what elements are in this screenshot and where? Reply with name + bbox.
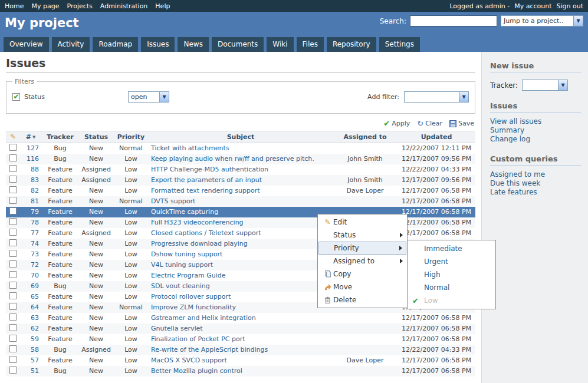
tab-news[interactable]: News <box>178 37 208 52</box>
issue-id-link[interactable]: 81 <box>31 197 39 205</box>
tab-roadmap[interactable]: Roadmap <box>93 37 138 52</box>
row-checkbox[interactable] <box>9 367 17 374</box>
priority-option-high[interactable]: High <box>408 268 495 281</box>
issue-id-link[interactable]: 65 <box>31 293 39 301</box>
tab-activity[interactable]: Activity <box>52 37 90 52</box>
col-header-id[interactable]: #▼ <box>20 131 41 143</box>
status-filter-checkbox[interactable]: ✔ <box>12 93 20 101</box>
my-account-link[interactable]: My account <box>514 2 551 10</box>
row-checkbox[interactable] <box>9 356 17 363</box>
col-header-subject[interactable]: Subject <box>149 131 333 143</box>
row-checkbox[interactable] <box>9 154 17 161</box>
issue-subject-link[interactable]: HTTP Challenge-MD5 authentication <box>151 166 268 173</box>
search-input[interactable] <box>410 15 497 27</box>
row-checkbox[interactable] <box>9 239 17 246</box>
issue-id-link[interactable]: 78 <box>31 219 39 226</box>
row-checkbox[interactable] <box>9 186 17 193</box>
row-checkbox[interactable] <box>9 292 17 299</box>
issue-row-62[interactable]: 62FeatureNewLowGnutella servlet12/17/200… <box>6 323 475 334</box>
issue-subject-link[interactable]: MacOS X SVCD support <box>151 356 227 364</box>
issue-id-link[interactable]: 64 <box>31 303 39 311</box>
tab-wiki[interactable]: Wiki <box>267 37 293 52</box>
issue-row-57[interactable]: 57FeatureNewLowMacOS X SVCD supportDave … <box>6 355 475 366</box>
sidebar-link-change-log[interactable]: Change log <box>490 135 581 144</box>
col-header-status[interactable]: Status <box>79 131 113 143</box>
context-menu-item-priority[interactable]: Priority <box>318 242 406 255</box>
issue-row-88[interactable]: 88FeatureAssignedLowHTTP Challenge-MD5 a… <box>6 164 475 175</box>
row-checkbox[interactable] <box>9 144 17 151</box>
issue-subject-link[interactable]: Gstreamer and Helix integration <box>151 314 256 322</box>
apply-button[interactable]: ✔Apply <box>383 120 410 127</box>
issue-id-link[interactable]: 77 <box>31 229 39 237</box>
issue-row-59[interactable]: 59FeatureNewLowFinalization of Pocket PC… <box>6 334 475 345</box>
row-checkbox[interactable] <box>9 207 17 214</box>
issue-subject-link[interactable]: Keep playing audio when rw/ff and preser… <box>151 155 314 163</box>
issue-id-link[interactable]: 72 <box>31 261 39 269</box>
status-filter-select[interactable]: open ▼ <box>128 91 169 103</box>
tab-documents[interactable]: Documents <box>212 37 264 52</box>
issue-subject-link[interactable]: Better Mozilla plugin control <box>151 367 242 375</box>
issue-row-63[interactable]: 63FeatureNewLowGstreamer and Helix integ… <box>6 313 475 323</box>
issue-subject-link[interactable]: QuickTime capturing <box>151 208 218 216</box>
tab-repository[interactable]: Repository <box>327 37 376 52</box>
issue-id-link[interactable]: 116 <box>27 155 39 163</box>
issue-id-link[interactable]: 88 <box>31 166 39 173</box>
issue-id-link[interactable]: 82 <box>31 187 39 194</box>
sign-out-link[interactable]: Sign out <box>556 2 583 10</box>
col-header-assigned-to[interactable]: Assigned to <box>333 131 398 143</box>
row-checkbox[interactable] <box>9 282 17 289</box>
issue-id-link[interactable]: 62 <box>31 325 39 332</box>
issue-row-51[interactable]: 51BugNewLowBetter Mozilla plugin control… <box>6 366 475 377</box>
top-menu-link-administration[interactable]: Administration <box>100 2 148 10</box>
tab-issues[interactable]: Issues <box>141 37 175 52</box>
context-menu-item-move[interactable]: Move <box>318 280 406 293</box>
row-checkbox[interactable] <box>9 176 17 183</box>
issue-subject-link[interactable]: Re-write of the AppleScript bindings <box>151 346 268 354</box>
row-checkbox[interactable] <box>9 313 17 321</box>
top-menu-link-my-page[interactable]: My page <box>31 2 59 10</box>
issue-row-127[interactable]: 127BugNewNormalTicket with attachments12… <box>6 143 475 154</box>
issue-row-58[interactable]: 58BugAssignedLowRe-write of the AppleScr… <box>6 345 475 355</box>
issue-subject-link[interactable]: V4L tuning support <box>151 261 213 269</box>
context-menu-item-assigned-to[interactable]: Assigned to <box>318 255 406 268</box>
col-header-priority[interactable]: Priority <box>113 131 149 143</box>
jump-to-project-select[interactable]: Jump to a project.. ▼ <box>501 15 583 27</box>
context-menu-item-status[interactable]: Status <box>318 229 406 242</box>
row-checkbox[interactable] <box>9 250 17 257</box>
issue-id-link[interactable]: 79 <box>31 208 39 216</box>
issue-subject-link[interactable]: Finalization of Pocket PC port <box>151 335 245 343</box>
row-checkbox[interactable] <box>9 345 17 352</box>
issue-subject-link[interactable]: Gnutella servlet <box>151 325 203 332</box>
top-menu-link-projects[interactable]: Projects <box>67 2 92 10</box>
context-menu-item-edit[interactable]: ✎Edit <box>318 216 406 229</box>
issue-subject-link[interactable]: Electric Program Guide <box>151 272 225 279</box>
top-menu-link-home[interactable]: Home <box>5 2 24 10</box>
issue-subject-link[interactable]: Dshow tuning support <box>151 250 222 258</box>
save-button[interactable]: Save <box>449 120 474 127</box>
issue-row-83[interactable]: 83FeatureAssignedLowExport the parameter… <box>6 175 475 186</box>
issue-id-link[interactable]: 83 <box>31 176 39 184</box>
issue-row-81[interactable]: 81FeatureNewNormalDVTS support12/17/2007… <box>6 196 475 207</box>
issue-id-link[interactable]: 73 <box>31 250 39 258</box>
issue-id-link[interactable]: 69 <box>31 282 39 290</box>
issue-id-link[interactable]: 70 <box>31 272 39 279</box>
issue-subject-link[interactable]: Ticket with attachments <box>151 144 229 152</box>
issue-subject-link[interactable]: Formatted text rendering support <box>151 187 260 194</box>
issue-id-link[interactable]: 74 <box>31 240 39 247</box>
sidebar-link-summary[interactable]: Summary <box>490 126 581 135</box>
tab-settings[interactable]: Settings <box>379 37 420 52</box>
issue-subject-link[interactable]: Export the parameters of an input <box>151 176 262 184</box>
row-checkbox[interactable] <box>9 218 17 225</box>
issue-id-link[interactable]: 51 <box>31 367 39 375</box>
row-checkbox[interactable] <box>9 165 17 172</box>
context-menu-item-delete[interactable]: Delete <box>318 293 406 306</box>
row-checkbox[interactable] <box>9 260 17 268</box>
row-checkbox[interactable] <box>9 335 17 342</box>
col-header-tracker[interactable]: Tracker <box>41 131 79 143</box>
issue-subject-link[interactable]: Full H323 videoconferencing <box>151 219 244 226</box>
context-menu-item-copy[interactable]: Copy <box>318 268 406 280</box>
issue-subject-link[interactable]: DVTS support <box>151 197 195 205</box>
row-checkbox[interactable] <box>9 229 17 236</box>
top-menu-link-help[interactable]: Help <box>155 2 170 10</box>
issue-row-82[interactable]: 82FeatureNewLowFormatted text rendering … <box>6 186 475 196</box>
